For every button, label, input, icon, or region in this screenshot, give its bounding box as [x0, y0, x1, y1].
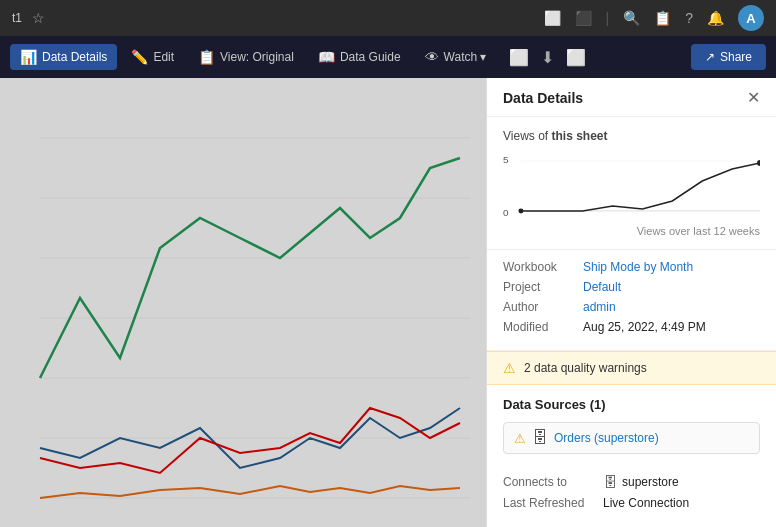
source-warning-icon: ⚠ — [514, 431, 526, 446]
browser-bar: t1 ☆ ⬜ ⬛ | 🔍 📋 ? 🔔 A — [0, 0, 776, 36]
svg-point-13 — [518, 208, 523, 213]
watch-button[interactable]: 👁 Watch ▾ — [415, 44, 497, 70]
last-refreshed-value: Live Connection — [603, 496, 689, 510]
author-row: Author admin — [503, 300, 760, 314]
data-details-icon: 📊 — [20, 49, 37, 65]
bookmark-icon[interactable]: 📋 — [654, 10, 671, 26]
browser-icons: ⬜ ⬛ | 🔍 📋 ? 🔔 A — [544, 5, 764, 31]
svg-text:5: 5 — [503, 154, 509, 165]
share-button[interactable]: ↗ Share — [691, 44, 766, 70]
data-guide-button[interactable]: 📖 Data Guide — [308, 44, 411, 70]
author-value[interactable]: admin — [583, 300, 616, 314]
share-icon: ↗ — [705, 50, 715, 64]
warning-icon: ⚠ — [503, 360, 516, 376]
bell-icon[interactable]: 🔔 — [707, 10, 724, 26]
last-refreshed-label: Last Refreshed — [503, 496, 603, 510]
warning-text: 2 data quality warnings — [524, 361, 647, 375]
db-icon: 🗄 — [603, 474, 617, 490]
views-section: Views of this sheet 5 0 V — [487, 117, 776, 250]
connects-section: Connects to 🗄 superstore Last Refreshed … — [487, 474, 776, 524]
project-row: Project Default — [503, 280, 760, 294]
connects-to-value: 🗄 superstore — [603, 474, 679, 490]
fullscreen-icon[interactable]: ⬜ — [563, 45, 589, 70]
toolbar: 📊 Data Details ✏️ Edit 📋 View: Original … — [0, 36, 776, 78]
warning-banner[interactable]: ⚠ 2 data quality warnings — [487, 351, 776, 385]
star-icon[interactable]: ☆ — [32, 10, 45, 26]
guide-icon: 📖 — [318, 49, 335, 65]
view-icon: 📋 — [198, 49, 215, 65]
workbook-value[interactable]: Ship Mode by Month — [583, 260, 693, 274]
source-name[interactable]: Orders (superstore) — [554, 431, 659, 445]
tablet-icon[interactable]: ⬜ — [544, 10, 561, 26]
connects-to-row: Connects to 🗄 superstore — [503, 474, 760, 490]
workbook-row: Workbook Ship Mode by Month — [503, 260, 760, 274]
view-original-button[interactable]: 📋 View: Original — [188, 44, 304, 70]
sources-title: Data Sources (1) — [503, 397, 760, 412]
database-icon: 🗄 — [532, 429, 548, 447]
toolbar-action-icons: ⬜ ⬇ ⬜ — [506, 45, 589, 70]
svg-rect-0 — [0, 78, 486, 527]
download-icon[interactable]: ⬇ — [538, 45, 557, 70]
edit-icon: ✏️ — [131, 49, 148, 65]
views-over-label: Views over last 12 weeks — [503, 225, 760, 237]
close-button[interactable]: ✕ — [747, 90, 760, 106]
panel-header: Data Details ✕ — [487, 78, 776, 117]
avatar[interactable]: A — [738, 5, 764, 31]
watch-icon: 👁 — [425, 49, 439, 65]
chart-svg — [0, 78, 486, 527]
views-line-chart: 5 0 — [503, 151, 760, 221]
chart-area: Date Ship Mode First Class Same Day Seco… — [0, 78, 486, 527]
data-details-button[interactable]: 📊 Data Details — [10, 44, 117, 70]
project-value[interactable]: Default — [583, 280, 621, 294]
help-icon[interactable]: ? — [685, 10, 693, 26]
modified-row: Modified Aug 25, 2022, 4:49 PM — [503, 320, 760, 334]
main-content: Date Ship Mode First Class Same Day Seco… — [0, 78, 776, 527]
panel-title: Data Details — [503, 90, 583, 106]
views-chart: 5 0 — [503, 151, 760, 221]
tab-label: t1 — [12, 11, 22, 25]
metadata-table: Workbook Ship Mode by Month Project Defa… — [487, 250, 776, 351]
details-panel: Data Details ✕ Views of this sheet 5 0 — [486, 78, 776, 527]
views-of-sheet-label: Views of this sheet — [503, 129, 760, 143]
modified-value: Aug 25, 2022, 4:49 PM — [583, 320, 706, 334]
divider: | — [606, 10, 610, 26]
last-refreshed-row: Last Refreshed Live Connection — [503, 496, 760, 510]
sources-section: Data Sources (1) ⚠ 🗄 Orders (superstore) — [487, 385, 776, 474]
source-item[interactable]: ⚠ 🗄 Orders (superstore) — [503, 422, 760, 454]
connects-to-label: Connects to — [503, 475, 603, 489]
copy-icon[interactable]: ⬜ — [506, 45, 532, 70]
edit-button[interactable]: ✏️ Edit — [121, 44, 184, 70]
search-icon[interactable]: 🔍 — [623, 10, 640, 26]
phone-icon[interactable]: ⬛ — [575, 10, 592, 26]
svg-text:0: 0 — [503, 207, 509, 218]
